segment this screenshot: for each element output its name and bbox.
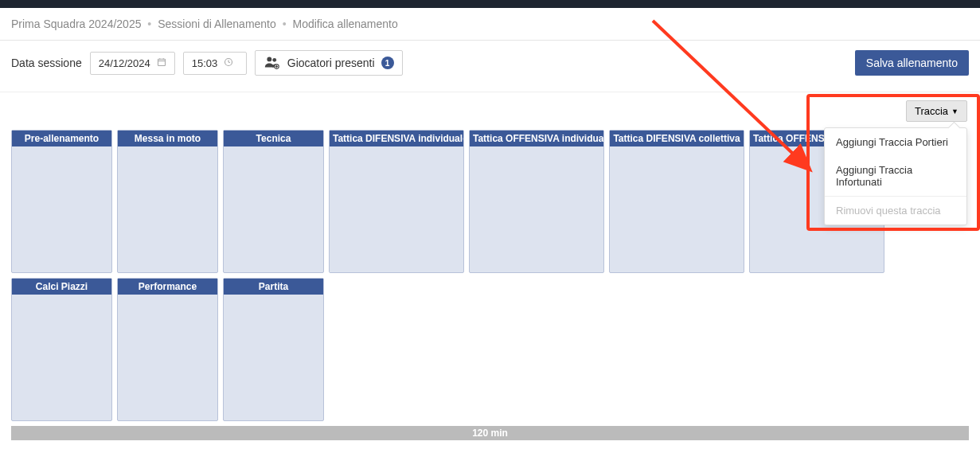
cards-row-2: Calci PiazziPerformancePartita	[11, 278, 969, 421]
save-button[interactable]: Salva allenamento	[855, 50, 969, 76]
svg-point-7	[267, 57, 271, 61]
card-header: Performance	[118, 279, 217, 295]
menu-add-infortunati[interactable]: Aggiungi Traccia Infortunati	[825, 156, 966, 196]
card-header: Pre-allenamento	[12, 131, 111, 146]
topbar	[0, 0, 980, 8]
breadcrumb-item-2[interactable]: Sessioni di Allenamento	[158, 18, 276, 30]
card-body[interactable]	[224, 295, 323, 420]
training-card[interactable]: Tattica DIFENSIVA collettiva	[609, 130, 744, 273]
date-input[interactable]: 24/12/2024	[90, 52, 175, 75]
card-header: Tattica DIFENSIVA collettiva	[610, 131, 744, 146]
menu-remove-traccia: Rimuovi questa traccia	[825, 197, 966, 225]
training-card[interactable]: Performance	[117, 278, 218, 421]
card-header: Messa in moto	[118, 131, 217, 146]
traccia-dropdown-button[interactable]: Traccia ▼	[906, 100, 967, 122]
svg-line-6	[228, 62, 230, 63]
svg-rect-0	[158, 59, 165, 65]
traccia-dropdown-menu: Aggiungi Traccia Portieri Aggiungi Tracc…	[824, 127, 967, 225]
card-header: Calci Piazzi	[12, 279, 111, 295]
card-header: Partita	[224, 279, 323, 295]
date-value: 24/12/2024	[99, 57, 150, 69]
toolbar: Data sessione 24/12/2024 15:03 Giocatori…	[0, 41, 980, 92]
chevron-down-icon: ▼	[951, 107, 959, 115]
traccia-row: Traccia ▼ Aggiungi Traccia Portieri Aggi…	[11, 92, 969, 130]
training-card[interactable]: Messa in moto	[117, 130, 218, 273]
card-body[interactable]	[224, 146, 323, 272]
players-label: Giocatori presenti	[287, 57, 375, 69]
clock-icon	[224, 57, 233, 69]
training-card[interactable]: Tecnica	[223, 130, 324, 273]
card-header: Tattica OFFENSIVA individuale	[470, 131, 603, 146]
training-card[interactable]: Tattica DIFENSIVA individuale	[329, 130, 464, 273]
duration-footer: 120 min	[11, 426, 969, 440]
training-card[interactable]: Pre-allenamento	[11, 130, 112, 273]
breadcrumb-separator: •	[147, 18, 151, 30]
traccia-button-label: Traccia	[915, 105, 948, 117]
menu-add-portieri[interactable]: Aggiungi Traccia Portieri	[825, 128, 966, 156]
card-body[interactable]	[12, 146, 111, 272]
training-card[interactable]: Partita	[223, 278, 324, 421]
card-header: Tecnica	[224, 131, 323, 146]
card-body[interactable]	[118, 146, 217, 272]
date-label: Data sessione	[11, 57, 82, 69]
card-header: Tattica DIFENSIVA individuale	[330, 131, 463, 146]
breadcrumb: Prima Squadra 2024/2025 • Sessioni di Al…	[0, 8, 980, 41]
breadcrumb-separator: •	[283, 18, 287, 30]
time-value: 15:03	[192, 57, 218, 69]
card-body[interactable]	[118, 295, 217, 420]
card-body[interactable]	[610, 146, 744, 272]
card-body[interactable]	[470, 146, 603, 272]
players-icon	[264, 54, 281, 72]
training-card[interactable]: Calci Piazzi	[11, 278, 112, 421]
breadcrumb-item-3: Modifica allenamento	[292, 18, 397, 30]
breadcrumb-item-1[interactable]: Prima Squadra 2024/2025	[11, 18, 141, 30]
card-body[interactable]	[12, 295, 111, 420]
card-body[interactable]	[330, 146, 443, 272]
players-count-badge: 1	[381, 57, 394, 69]
content-area: Traccia ▼ Aggiungi Traccia Portieri Aggi…	[0, 92, 980, 453]
calendar-icon	[157, 57, 166, 69]
svg-point-8	[272, 58, 276, 62]
training-card[interactable]: Tattica OFFENSIVA individuale	[469, 130, 604, 273]
players-present-button[interactable]: Giocatori presenti 1	[255, 50, 403, 76]
time-input[interactable]: 15:03	[183, 52, 247, 75]
